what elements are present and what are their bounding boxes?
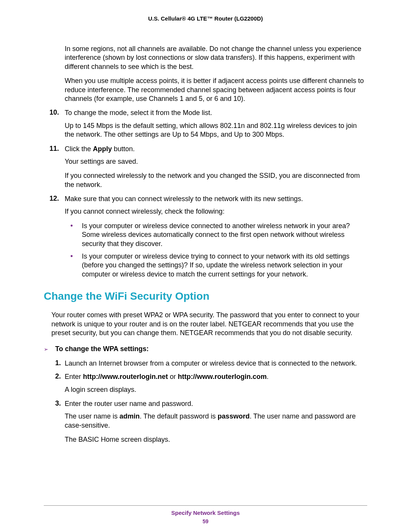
step-sub: The BASIC Home screen displays. xyxy=(65,435,367,444)
text: Click the xyxy=(65,145,93,153)
bold-text: Apply xyxy=(93,145,112,153)
footer-page-number: 59 xyxy=(44,518,367,524)
step-10: 10. To change the mode, select it from t… xyxy=(44,109,367,117)
procedure-title: To change the WPA settings: xyxy=(55,345,149,353)
footer-section-title: Specify Network Settings xyxy=(44,510,367,516)
step-number: 10. xyxy=(44,109,65,117)
paragraph: When you use multiple access points, it … xyxy=(65,77,367,103)
bullet-text: Is your computer or wireless device conn… xyxy=(82,222,367,248)
text: . The default password is xyxy=(140,412,218,420)
step-text: Enter the router user name and password. xyxy=(65,399,367,408)
bold-text: http://www.routerlogin.com xyxy=(178,373,266,380)
text: button. xyxy=(112,145,135,153)
page-footer: Specify Network Settings 59 xyxy=(44,505,367,524)
page-header: U.S. Cellular® 4G LTE™ Router (LG2200D) xyxy=(44,15,367,22)
paragraph: Your router comes with preset WPA2 or WP… xyxy=(51,311,367,337)
step-sub: The user name is admin. The default pass… xyxy=(65,412,367,430)
bold-text: admin xyxy=(119,412,140,420)
step-sub: If you cannot connect wirelessly, check … xyxy=(65,207,367,216)
document-page: U.S. Cellular® 4G LTE™ Router (LG2200D) … xyxy=(0,0,411,532)
footer-divider xyxy=(44,505,367,506)
step-text: Enter http://www.routerlogin.net or http… xyxy=(65,372,367,381)
step-text: Make sure that you can connect wirelessl… xyxy=(65,195,367,203)
step-sub: Your settings are saved. xyxy=(65,157,367,166)
bullet-icon: • xyxy=(70,252,82,279)
step-text: To change the mode, select it from the M… xyxy=(65,109,367,117)
step-number: 12. xyxy=(44,195,65,203)
bold-text: http://www.routerlogin.net xyxy=(83,373,168,380)
step-number: 3. xyxy=(55,399,65,408)
text: or xyxy=(168,373,178,380)
step-2: 2. Enter http://www.routerlogin.net or h… xyxy=(55,372,367,381)
step-sub: Up to 145 Mbps is the default setting, w… xyxy=(65,121,367,139)
step-text: Click the Apply button. xyxy=(65,145,367,153)
step-number: 1. xyxy=(55,359,65,368)
triangle-icon: ➢ xyxy=(44,345,55,353)
step-text: Launch an Internet browser from a comput… xyxy=(65,359,367,368)
bullet-icon: • xyxy=(70,222,82,248)
step-number: 11. xyxy=(44,145,65,153)
text: The user name is xyxy=(65,412,119,420)
step-1: 1. Launch an Internet browser from a com… xyxy=(55,359,367,368)
step-number: 2. xyxy=(55,372,65,381)
bullet-item: • Is your computer or wireless device co… xyxy=(70,222,367,248)
text: Enter xyxy=(65,373,83,380)
section-heading: Change the WiFi Security Option xyxy=(44,290,367,302)
text: . xyxy=(267,373,269,380)
step-12: 12. Make sure that you can connect wirel… xyxy=(44,195,367,203)
bullet-item: • Is your computer or wireless device tr… xyxy=(70,252,367,279)
step-3: 3. Enter the router user name and passwo… xyxy=(55,399,367,408)
step-sub: If you connected wirelessly to the netwo… xyxy=(65,171,367,189)
step-sub: A login screen displays. xyxy=(65,385,367,394)
bullet-text: Is your computer or wireless device tryi… xyxy=(82,252,367,279)
bold-text: password xyxy=(218,412,250,420)
procedure-heading: ➢ To change the WPA settings: xyxy=(44,345,367,353)
step-11: 11. Click the Apply button. xyxy=(44,145,367,153)
paragraph: In some regions, not all channels are av… xyxy=(65,45,367,71)
